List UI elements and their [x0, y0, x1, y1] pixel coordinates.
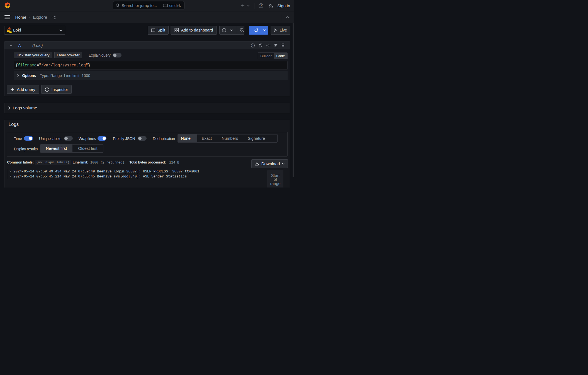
svg-text:?: ? [260, 4, 262, 7]
svg-text:?: ? [252, 44, 253, 47]
